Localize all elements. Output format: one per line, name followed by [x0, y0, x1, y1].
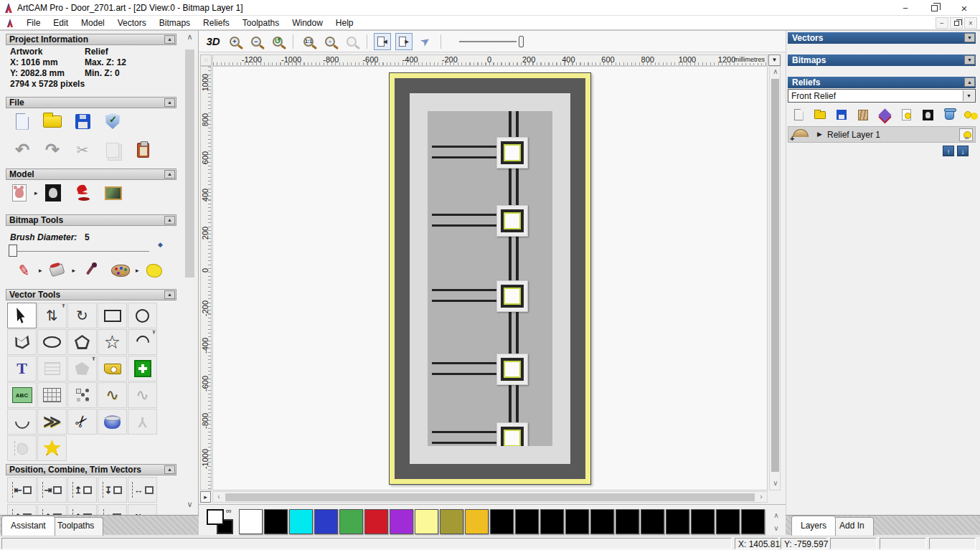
palette-swatch-5[interactable] — [364, 509, 388, 534]
palette-swatch-6[interactable] — [390, 509, 413, 534]
zoom-previous-button[interactable]: ↺ — [269, 33, 286, 50]
palette-swatch-4[interactable] — [339, 509, 363, 534]
palette-swatch-10[interactable] — [490, 509, 514, 534]
scroll-down-icon[interactable]: ∨ — [184, 500, 196, 511]
weave-vectors[interactable] — [98, 409, 127, 435]
palette-swatch-9[interactable] — [465, 509, 489, 534]
palette-swatch-15[interactable] — [616, 509, 639, 534]
flood-fill[interactable] — [45, 259, 70, 282]
node-editing[interactable]: ⇅ — [37, 303, 67, 328]
measure[interactable] — [98, 356, 127, 381]
layer-expander-icon[interactable]: ▶ — [817, 131, 822, 138]
select-vectors[interactable] — [7, 303, 37, 328]
toggle-3d-view-button[interactable]: 3D — [204, 33, 222, 50]
palette-swatch-7[interactable] — [415, 509, 438, 534]
palette-swatch-16[interactable] — [641, 509, 664, 534]
scroll-left-icon[interactable]: ‹ — [213, 492, 225, 503]
palette-swatch-19[interactable] — [716, 509, 740, 534]
scroll-up-icon[interactable]: ∧ — [184, 32, 196, 44]
mdi-restore-button[interactable] — [950, 17, 963, 29]
paint[interactable]: ✎ — [11, 259, 36, 282]
primary-colour-chip[interactable] — [207, 509, 224, 525]
open-model[interactable] — [40, 110, 65, 133]
scrollbar-thumb[interactable] — [771, 79, 779, 472]
tab-add-in[interactable]: Add In — [830, 517, 874, 536]
close-button[interactable]: × — [950, 0, 979, 16]
rollup-button[interactable]: ▲ — [164, 98, 175, 107]
align-left[interactable]: ⇤ — [7, 477, 37, 503]
save-relief-layer[interactable] — [835, 108, 848, 121]
scrollbar-thumb[interactable] — [185, 49, 194, 278]
brush-diameter-slider-thumb[interactable] — [9, 245, 17, 257]
create-rectangle[interactable] — [98, 303, 127, 328]
tab-toolpaths[interactable]: Toolpaths — [48, 517, 103, 536]
extend-vector[interactable]: ≫ — [37, 409, 67, 435]
delete-relief-layer[interactable] — [943, 108, 956, 121]
move-layer-up-button[interactable]: ↑ — [943, 146, 954, 156]
new-relief-layer[interactable] — [792, 108, 805, 121]
new-model[interactable] — [10, 110, 34, 133]
save-model[interactable] — [70, 110, 95, 133]
align-bottom[interactable]: ↧ — [98, 477, 127, 503]
flyout-arrow-icon[interactable]: ▸ — [39, 267, 42, 274]
relief-layer-name[interactable]: Relief Layer 1 — [827, 130, 880, 140]
slider-handle[interactable] — [519, 36, 524, 47]
model-permissions[interactable] — [100, 110, 125, 133]
set-model-size[interactable] — [7, 181, 32, 204]
rollup-button[interactable]: ▲ — [164, 216, 175, 224]
create-star[interactable]: ☆ — [98, 329, 127, 355]
palette-scroll-down-icon[interactable]: ∨ — [771, 523, 782, 534]
paste-along-curve[interactable]: ∿ — [98, 382, 127, 408]
view-split-button[interactable]: ▸ — [200, 491, 211, 503]
palette-swatch-18[interactable] — [691, 509, 715, 534]
expand-button[interactable]: ▼ — [964, 33, 975, 42]
menu-toolpaths[interactable]: Toolpaths — [236, 16, 286, 31]
assistant-scrollbar[interactable]: ∧ ∨ — [184, 32, 196, 511]
align-centre-across[interactable]: ↔ — [128, 477, 157, 503]
scroll-down-icon[interactable]: ∨ — [770, 478, 781, 490]
greyscale-from-relief[interactable] — [921, 108, 934, 121]
panel-vectors-header[interactable]: Vectors ▼ — [788, 32, 976, 44]
menu-model[interactable]: Model — [75, 16, 111, 31]
transform-vectors[interactable]: ↻ — [67, 303, 97, 328]
restore-button[interactable] — [920, 0, 948, 16]
menu-vectors[interactable]: Vectors — [111, 16, 153, 31]
palette-scroll-up-icon[interactable]: ∧ — [771, 511, 782, 521]
create-text-block[interactable]: ABC — [7, 382, 37, 408]
relief-layer-row[interactable]: + ▶ Relief Layer 1 — [788, 126, 976, 143]
fillet-vectors[interactable] — [7, 409, 37, 435]
block-copy-rotate[interactable] — [67, 382, 97, 408]
relief-layer-stack[interactable] — [878, 108, 891, 121]
scroll-up-icon[interactable]: ∧ — [770, 67, 781, 78]
menu-bitmaps[interactable]: Bitmaps — [153, 16, 197, 31]
canvas-horizontal-scrollbar[interactable]: ‹ › — [212, 491, 768, 503]
open-relief-layer[interactable] — [814, 108, 826, 121]
lighting-and-material[interactable] — [71, 181, 95, 204]
rollup-button[interactable]: ▲ — [164, 290, 175, 299]
zoom-out-button[interactable]: − — [248, 33, 265, 50]
align-centre-vertical[interactable]: ↥ — [37, 504, 67, 515]
palette-swatch-0[interactable] — [239, 509, 263, 534]
zoom-1-to-1-button[interactable]: 1:1 — [300, 33, 317, 50]
create-polyline[interactable] — [7, 329, 37, 355]
create-arc[interactable] — [128, 329, 157, 355]
panel-bitmaps-header[interactable]: Bitmaps ▼ — [788, 54, 976, 66]
palette-swatch-14[interactable] — [590, 509, 614, 534]
pan-view-button[interactable]: ➤ — [417, 33, 434, 50]
align-top[interactable]: ↥ — [67, 477, 97, 503]
drawing-canvas[interactable] — [212, 66, 768, 490]
palette-swatch-13[interactable] — [565, 509, 589, 534]
flyout-arrow-icon[interactable]: ▸ — [34, 189, 38, 196]
toggle-view-panel-button[interactable]: ▸ — [395, 33, 413, 50]
menu-window[interactable]: Window — [286, 16, 329, 31]
move-layer-down-button[interactable]: ↓ — [957, 146, 969, 156]
spaced-copies[interactable]: ∴ — [98, 504, 127, 515]
zoom-in-button[interactable]: + — [226, 33, 243, 50]
slice-vectors[interactable] — [37, 435, 67, 461]
texture-relief[interactable] — [101, 181, 126, 204]
rollup-button[interactable]: ▲ — [164, 170, 175, 179]
collapse-button[interactable]: ▲ — [964, 77, 975, 87]
dropdown-arrow-icon[interactable]: ▼ — [963, 90, 974, 101]
zoom-to-fit-button[interactable]: ▫ — [321, 33, 339, 50]
invert-model[interactable] — [41, 181, 65, 204]
